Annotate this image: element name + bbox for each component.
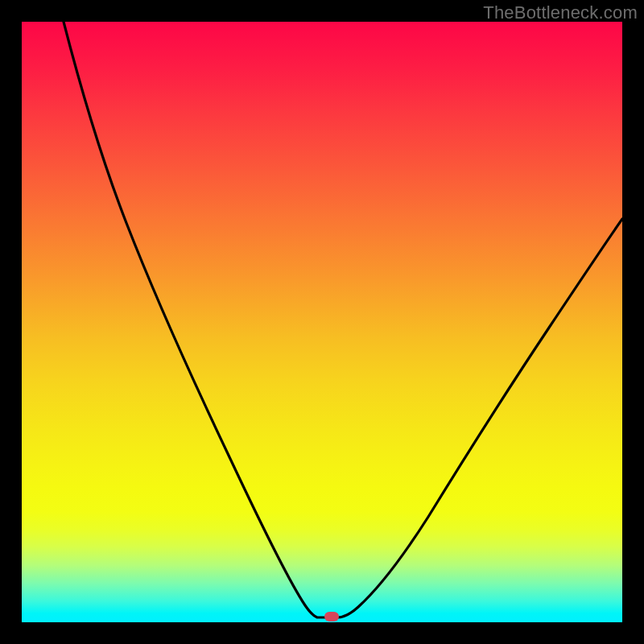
curve-svg bbox=[22, 22, 622, 622]
chart-frame: TheBottleneck.com bbox=[0, 0, 644, 644]
watermark-text: TheBottleneck.com bbox=[483, 2, 638, 23]
plot-area bbox=[22, 22, 622, 622]
bottleneck-curve-path bbox=[64, 22, 622, 617]
min-marker bbox=[324, 612, 339, 621]
